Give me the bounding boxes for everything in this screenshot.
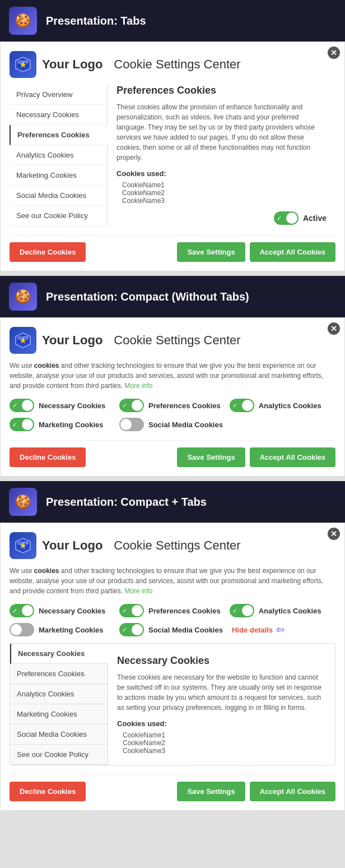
section3-dialog-title: Cookie Settings Center <box>114 538 240 553</box>
section3-tab-analytics[interactable]: Analytics Cookies <box>10 684 108 704</box>
section3-title: Presentation: Compact + Tabs <box>46 496 207 509</box>
section2-t5-knob <box>120 419 132 430</box>
section3-close-btn[interactable]: ✕ <box>328 528 340 540</box>
section2-toggles-row1: ✓ Necessary Cookies ✓ Preferences Cookie… <box>10 399 335 431</box>
section2-logo-icon: ★ GDPR <box>10 327 36 354</box>
section2-t4-label: Marketing Cookies <box>39 421 104 429</box>
section1-cookies-used-label: Cookies used: <box>116 169 327 178</box>
tab-analytics-cookies[interactable]: Analytics Cookies <box>10 145 107 165</box>
section3-save-btn[interactable]: Save Settings <box>177 782 245 801</box>
section2-t3-label: Analytics Cookies <box>259 401 321 410</box>
section3-t2-knob <box>132 605 143 616</box>
section2-right-btns: Save Settings Accept All Cookies <box>177 447 335 467</box>
section2-logo-row: ★ GDPR Your Logo Cookie Settings Center <box>10 327 335 354</box>
section3-cookie-name-2: CookieName2 <box>117 739 326 747</box>
section3-content-text: These cookies are necessary for the webs… <box>117 672 326 713</box>
section3-toggle-social: ✓ Social Media Cookies <box>119 623 223 636</box>
section2-toggle-analytics-switch[interactable]: ✓ <box>230 399 254 412</box>
section2-close-btn[interactable]: ✕ <box>328 322 340 335</box>
section2-toggle-necessary-switch[interactable]: ✓ <box>10 399 34 412</box>
svg-text:GDPR: GDPR <box>17 336 29 340</box>
section3-more-info[interactable]: More info <box>124 587 152 595</box>
section2-dialog-title: Cookie Settings Center <box>114 333 240 348</box>
section2-toggle-marketing-switch[interactable]: ✓ <box>10 418 34 431</box>
section1-cookie-name-2: CookieName2 <box>116 189 327 197</box>
section3-t5-switch[interactable]: ✓ <box>119 623 144 636</box>
section3-t1-switch[interactable]: ✓ <box>10 604 34 617</box>
section2-toggle-preferences-switch[interactable]: ✓ <box>119 399 144 412</box>
section3-decline-btn[interactable]: Decline Cookies <box>10 782 86 801</box>
section3-intro: We use cookies and other tracking techno… <box>10 566 335 596</box>
section2-t1-knob <box>22 400 33 411</box>
section3-t3-label: Analytics Cookies <box>259 607 321 615</box>
section2-t1-check: ✓ <box>12 402 17 409</box>
section1-content-text: These cookies allow the provision of enh… <box>116 102 327 163</box>
section3-t5-label: Social Media Cookies <box>148 626 223 634</box>
section2-decline-btn[interactable]: Decline Cookies <box>10 447 86 467</box>
section3-tab-marketing[interactable]: Marketing Cookies <box>10 704 108 724</box>
section3-tabs-section: Necessary Cookies Preferences Cookies An… <box>10 643 335 765</box>
section3-t2-switch[interactable]: ✓ <box>119 604 144 617</box>
section3-cookies-used-label: Cookies used: <box>117 719 326 728</box>
section2-t2-label: Preferences Cookies <box>148 401 221 410</box>
section1-logo-row: ★ GDPR Your Logo Cookie Settings Center <box>10 51 335 78</box>
section2-toggle-preferences: ✓ Preferences Cookies <box>119 399 221 412</box>
section1-btn-row: Decline Cookies Save Settings Accept All… <box>10 235 335 262</box>
section3-t2-label: Preferences Cookies <box>148 607 221 615</box>
section3-tab-necessary[interactable]: Necessary Cookies <box>10 644 108 664</box>
tab-preferences-cookies[interactable]: Preferences Cookies <box>10 125 108 145</box>
section3-header-icon: 🍪 <box>9 488 37 516</box>
section2-save-btn[interactable]: Save Settings <box>177 447 245 467</box>
section2-toggle-social-switch[interactable]: ✕ <box>119 418 144 431</box>
section1-close-btn[interactable]: ✕ <box>328 47 340 59</box>
section3-tab-policy[interactable]: See our Cookie Policy <box>10 745 108 765</box>
section3-t1-label: Necessary Cookies <box>39 607 105 615</box>
section3-content-title: Necessary Cookies <box>117 655 326 667</box>
tab-marketing-cookies[interactable]: Marketing Cookies <box>10 165 107 186</box>
tab-necessary-cookies[interactable]: Necessary Cookies <box>10 105 107 125</box>
section3-toggle-necessary: ✓ Necessary Cookies <box>10 604 110 617</box>
section3-accept-btn[interactable]: Accept All Cookies <box>250 782 335 801</box>
section2-header: 🍪 Presentation: Compact (Without Tabs) <box>0 276 345 317</box>
section1-accept-btn[interactable]: Accept All Cookies <box>250 242 335 262</box>
section3-t4-switch[interactable]: ✕ <box>10 623 34 636</box>
section1-toggle[interactable]: ✓ <box>274 211 299 225</box>
section3-t2-check: ✓ <box>122 607 127 615</box>
svg-text:GDPR: GDPR <box>17 60 29 64</box>
section3-t5-check: ✓ <box>122 626 127 634</box>
svg-text:GDPR: GDPR <box>17 541 29 545</box>
section3-t3-switch[interactable]: ✓ <box>230 604 254 617</box>
section2-t4-check: ✓ <box>12 421 17 428</box>
section3-toggle-marketing: ✕ Marketing Cookies <box>10 623 110 636</box>
section1-active-row: ✓ Active <box>116 211 327 225</box>
section2-more-info[interactable]: More info <box>124 382 152 390</box>
header-cookie-icon: 🍪 <box>9 7 37 35</box>
section1-logo-text: Your Logo <box>42 57 102 72</box>
section2-t1-label: Necessary Cookies <box>39 401 105 410</box>
section3-tab-preferences[interactable]: Preferences Cookies <box>10 664 108 684</box>
section1-toggle-check: ✓ <box>277 215 282 222</box>
section1-logo-icon: ★ GDPR <box>10 51 36 78</box>
section3-tab-social[interactable]: Social Media Cookies <box>10 724 108 745</box>
section2-t4-knob <box>22 419 33 430</box>
section1-save-btn[interactable]: Save Settings <box>177 242 245 262</box>
section2-accept-btn[interactable]: Accept All Cookies <box>250 447 335 467</box>
section1-header: 🍪 Presentation: Tabs <box>0 0 345 41</box>
section2-logo-text: Your Logo <box>42 333 102 348</box>
tab-privacy-overview[interactable]: Privacy Overview <box>10 85 107 105</box>
section1-tab-sidebar: Privacy Overview Necessary Cookies Prefe… <box>10 85 108 226</box>
section3-toggle-preferences: ✓ Preferences Cookies <box>119 604 221 617</box>
tab-cookie-policy[interactable]: See our Cookie Policy <box>10 206 107 226</box>
section2-intro: We use cookies and other tracking techno… <box>10 361 335 391</box>
section3-header: 🍪 Presentation: Compact + Tabs <box>0 481 345 523</box>
tab-social-media-cookies[interactable]: Social Media Cookies <box>10 186 107 206</box>
section3-t1-check: ✓ <box>12 607 17 615</box>
section3-t3-knob <box>242 605 253 616</box>
section2-btn-row: Decline Cookies Save Settings Accept All… <box>10 440 335 467</box>
section1-decline-btn[interactable]: Decline Cookies <box>10 242 86 262</box>
section3-hide-details-link[interactable]: Hide details <box>232 626 273 634</box>
section1-title: Presentation: Tabs <box>46 15 146 27</box>
section2-t5-label: Social Media Cookies <box>148 421 223 429</box>
section3-logo-row: ★ GDPR Your Logo Cookie Settings Center <box>10 532 335 559</box>
section3-toggles-grid: ✓ Necessary Cookies ✓ Preferences Cookie… <box>10 604 335 636</box>
